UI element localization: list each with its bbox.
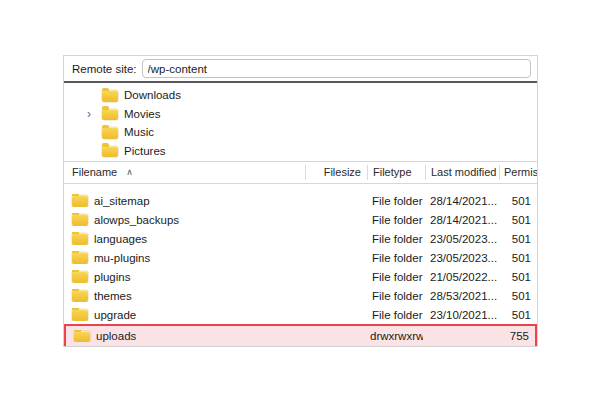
filename-label: alowps_backups — [94, 214, 179, 226]
filetype-value: File folder — [367, 252, 425, 264]
file-row-ai_sitemap[interactable]: ai_sitemapFile folder28/14/2021...501 — [64, 191, 537, 210]
filetype-value: File folder — [367, 271, 425, 283]
filetype-value: File folder — [367, 214, 425, 226]
last-modified-value: 21/05/2022... — [425, 271, 499, 283]
filetype-value: File folder — [367, 233, 425, 245]
directory-tree: Downloads›MoviesMusicPictures — [64, 83, 537, 160]
filetype-value: File folder — [367, 195, 425, 207]
permissions-value: 755 — [497, 330, 535, 342]
file-row-alowps_backups[interactable]: alowps_backupsFile folder28/14/2021...50… — [64, 210, 537, 229]
folder-icon — [74, 331, 90, 343]
tree-item-pictures[interactable]: Pictures — [64, 142, 537, 161]
permissions-value: 501 — [499, 309, 537, 321]
expand-chevron-icon[interactable]: › — [76, 108, 102, 120]
column-header-permissions[interactable]: Permissions — [499, 165, 537, 180]
column-header-last-modified[interactable]: Last modified — [425, 165, 499, 180]
folder-icon — [72, 252, 88, 264]
file-list-body: ai_sitemapFile folder28/14/2021...501alo… — [64, 184, 537, 346]
folder-icon — [102, 109, 118, 121]
filename-label: plugins — [94, 271, 130, 283]
tree-item-label: Pictures — [124, 145, 166, 157]
permissions-value: 501 — [499, 271, 537, 283]
remote-site-bar: Remote site: — [64, 56, 537, 81]
folder-icon — [102, 127, 118, 139]
filetype-value: File folder — [367, 290, 425, 302]
tree-item-music[interactable]: Music — [64, 123, 537, 142]
last-modified-value: 23/05/2023... — [425, 252, 499, 264]
file-row-languages[interactable]: languagesFile folder23/05/2023...501 — [64, 229, 537, 248]
folder-icon — [72, 233, 88, 245]
column-header-filesize[interactable]: Filesize — [305, 165, 367, 180]
tree-item-downloads[interactable]: Downloads — [64, 86, 537, 105]
file-list-header: Filename∧ Filesize Filetype Last modifie… — [64, 161, 537, 184]
folder-icon — [72, 195, 88, 207]
filename-label: ai_sitemap — [94, 195, 150, 207]
filename-label: themes — [94, 290, 132, 302]
filename-label: uploads — [96, 330, 136, 342]
tree-item-label: Downloads — [124, 89, 181, 101]
folder-icon — [72, 214, 88, 226]
column-header-filetype[interactable]: Filetype — [367, 165, 425, 180]
permissions-value: 501 — [499, 252, 537, 264]
remote-site-label: Remote site: — [72, 63, 137, 75]
folder-icon — [102, 90, 118, 102]
filename-label: upgrade — [94, 309, 136, 321]
remote-site-input[interactable] — [142, 59, 531, 78]
filetype-value: drwxrwxrwx — [365, 330, 423, 342]
file-row-upgrade[interactable]: upgradeFile folder23/10/2021...501 — [64, 305, 537, 324]
last-modified-value: 23/10/2021... — [425, 309, 499, 321]
folder-icon — [72, 271, 88, 283]
folder-icon — [102, 146, 118, 158]
last-modified-value: 28/14/2021... — [425, 214, 499, 226]
filename-label: mu-plugins — [94, 252, 150, 264]
folder-icon — [72, 290, 88, 302]
tree-item-label: Music — [124, 126, 154, 138]
sort-ascending-icon: ∧ — [126, 167, 133, 177]
permissions-value: 501 — [499, 233, 537, 245]
last-modified-value: 28/53/2021... — [425, 290, 499, 302]
folder-icon — [72, 309, 88, 321]
tree-item-label: Movies — [124, 108, 160, 120]
tree-item-movies[interactable]: ›Movies — [64, 105, 537, 124]
permissions-value: 501 — [499, 195, 537, 207]
permissions-value: 501 — [499, 290, 537, 302]
file-row-plugins[interactable]: pluginsFile folder21/05/2022...501 — [64, 267, 537, 286]
filetype-value: File folder — [367, 309, 425, 321]
column-header-filename[interactable]: Filename∧ — [64, 165, 305, 180]
permissions-value: 501 — [499, 214, 537, 226]
remote-site-panel: Remote site: Downloads›MoviesMusicPictur… — [63, 55, 538, 347]
filename-label: languages — [94, 233, 147, 245]
file-row-themes[interactable]: themesFile folder28/53/2021...501 — [64, 286, 537, 305]
file-row-mu-plugins[interactable]: mu-pluginsFile folder23/05/2023...501 — [64, 248, 537, 267]
file-row-uploads[interactable]: uploadsdrwxrwxrwx755 — [64, 324, 537, 346]
last-modified-value: 28/14/2021... — [425, 195, 499, 207]
last-modified-value: 23/05/2023... — [425, 233, 499, 245]
